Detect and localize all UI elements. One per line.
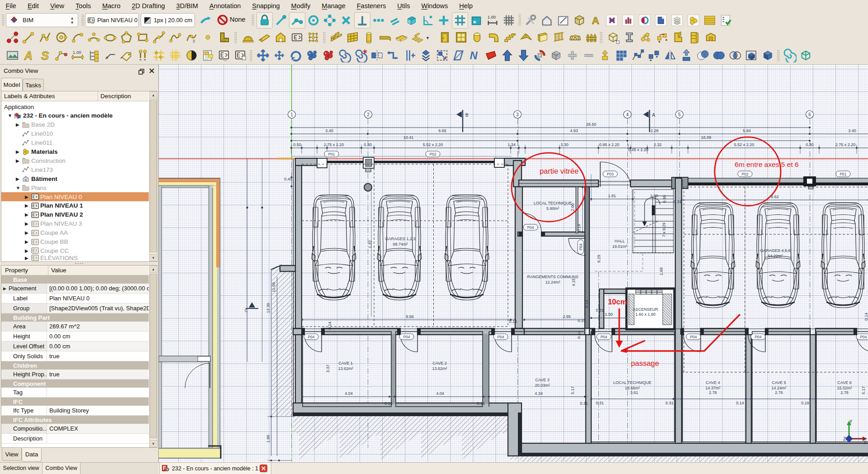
svg-text:3: 3: [192, 38, 194, 43]
svg-text:0.31: 0.31: [580, 401, 588, 406]
svg-text:2.76: 2.76: [840, 390, 849, 395]
svg-text:P04: P04: [497, 335, 504, 339]
svg-text:2.32: 2.32: [654, 142, 662, 147]
svg-text:13.62m²: 13.62m²: [338, 366, 353, 371]
svg-text:1.81: 1.81: [608, 194, 616, 198]
svg-text:Z: Z: [843, 436, 846, 441]
svg-text:1.68: 1.68: [659, 267, 664, 275]
svg-text:14.24m²: 14.24m²: [771, 386, 786, 390]
svg-text:3.30: 3.30: [560, 142, 569, 147]
svg-text:5.52 x 2.20: 5.52 x 2.20: [734, 142, 754, 147]
svg-text:1.00: 1.00: [73, 50, 81, 55]
svg-text:1.80: 1.80: [650, 194, 658, 198]
svg-text:partie vitrée: partie vitrée: [540, 167, 579, 175]
svg-text:6: 6: [808, 112, 811, 117]
svg-text:0.14: 0.14: [477, 401, 485, 406]
svg-text:18.66m²: 18.66m²: [625, 386, 640, 390]
svg-text:N: N: [470, 50, 478, 62]
svg-text:CAVE 1: CAVE 1: [338, 361, 352, 365]
svg-text:13.30: 13.30: [266, 303, 270, 313]
svg-text:CAVE 6: CAVE 6: [837, 380, 851, 385]
svg-text:7 x 0.29: 7 x 0.29: [662, 223, 666, 237]
svg-text:1.60 x 1.60: 1.60 x 1.60: [636, 312, 656, 317]
svg-text:3.61: 3.61: [630, 390, 638, 395]
svg-text:19.01m²: 19.01m²: [612, 244, 627, 249]
svg-text:4: 4: [626, 112, 629, 117]
svg-text:0.14: 0.14: [327, 322, 332, 330]
svg-text:4.15: 4.15: [571, 278, 576, 286]
svg-text:0.14: 0.14: [864, 313, 868, 321]
svg-text:2.78: 2.78: [709, 390, 717, 395]
svg-text:P04: P04: [579, 243, 583, 250]
svg-text:1.34: 1.34: [508, 142, 516, 147]
svg-text:10.41: 10.41: [403, 135, 414, 140]
svg-text:0.50: 0.50: [293, 142, 301, 147]
svg-text:LOCAL TECHNIQUE: LOCAL TECHNIQUE: [534, 201, 572, 205]
svg-text:13.62m²: 13.62m²: [432, 366, 447, 371]
svg-text:6m entre axes 5 et 6: 6m entre axes 5 et 6: [735, 161, 798, 168]
svg-text:4.04: 4.04: [436, 391, 444, 396]
svg-text:1.80: 1.80: [266, 435, 270, 443]
svg-text:0.31: 0.31: [596, 401, 604, 405]
svg-text:68.74m²: 68.74m²: [393, 242, 408, 246]
svg-text:CAVE 5: CAVE 5: [772, 380, 786, 385]
svg-text:4.04: 4.04: [345, 391, 353, 396]
svg-text:ASCENSEUR: ASCENSEUR: [633, 307, 659, 312]
svg-text:0.31: 0.31: [674, 199, 682, 204]
svg-text:P04: P04: [754, 335, 761, 339]
svg-text:2.75 x 2.20: 2.75 x 2.20: [835, 142, 856, 147]
svg-text:CAVE 4: CAVE 4: [706, 380, 720, 385]
svg-text:HALL: HALL: [615, 239, 625, 243]
svg-text:A: A: [592, 15, 599, 26]
svg-text:P03: P03: [607, 172, 613, 176]
svg-text:3.40: 3.40: [848, 128, 856, 133]
svg-text:0.90: 0.90: [662, 195, 667, 203]
svg-text:5.90m²: 5.90m²: [546, 206, 559, 211]
svg-text:C: C: [245, 308, 248, 313]
svg-text:0.31: 0.31: [578, 318, 586, 323]
svg-text:0.14: 0.14: [736, 401, 744, 405]
svg-text:4.34: 4.34: [535, 391, 543, 396]
svg-text:4.93: 4.93: [570, 128, 578, 133]
svg-text:1.32: 1.32: [368, 240, 372, 248]
svg-text:2.28: 2.28: [650, 128, 659, 133]
svg-text:P01: P01: [328, 152, 335, 156]
svg-text:26.50: 26.50: [586, 122, 597, 127]
svg-text:0.30: 0.30: [364, 142, 372, 147]
svg-text:A: A: [652, 113, 655, 118]
svg-text:14.37m²: 14.37m²: [705, 386, 720, 390]
svg-text:CAVE 2: CAVE 2: [432, 361, 446, 365]
svg-text:P01: P01: [840, 172, 846, 176]
svg-text:3.40: 3.40: [325, 128, 333, 133]
svg-text:2: 2: [367, 112, 370, 117]
svg-text:12.24m²: 12.24m²: [545, 280, 560, 284]
svg-text:3: 3: [516, 112, 519, 117]
svg-text:1.50: 1.50: [605, 312, 613, 317]
svg-text:S: S: [41, 49, 49, 62]
svg-text:6.65: 6.65: [438, 128, 446, 133]
svg-text:9.56: 9.56: [406, 314, 414, 319]
svg-text:6.29: 6.29: [597, 255, 601, 263]
svg-text:passage: passage: [631, 359, 659, 367]
svg-text:5.17: 5.17: [861, 386, 866, 394]
svg-text:GARAGES 1,2,3: GARAGES 1,2,3: [385, 237, 415, 241]
svg-text:2.76: 2.76: [775, 390, 783, 395]
svg-text:A: A: [24, 49, 33, 62]
svg-text:P04: P04: [690, 335, 697, 339]
svg-text:0.14: 0.14: [384, 401, 393, 406]
svg-text:5.52 x 2.20: 5.52 x 2.20: [423, 142, 443, 147]
svg-text:P04: P04: [600, 335, 607, 339]
svg-text:GARAGES 4,5,6: GARAGES 4,5,6: [760, 248, 790, 253]
svg-text:0.14: 0.14: [577, 224, 581, 232]
svg-text:P04: P04: [527, 225, 534, 230]
svg-text:54.22m²: 54.22m²: [768, 254, 783, 258]
svg-text:11.50: 11.50: [271, 282, 276, 292]
svg-text:0.45 x 2.20: 0.45 x 2.20: [628, 147, 649, 152]
svg-text:1.00: 1.00: [488, 15, 496, 19]
svg-text:0.31: 0.31: [665, 401, 674, 405]
svg-text:16.09: 16.09: [701, 135, 711, 140]
svg-text:P04: P04: [308, 335, 314, 339]
svg-text:2.75 x 2.20: 2.75 x 2.20: [324, 142, 344, 147]
svg-text:RANGEMENTS COMMUNS: RANGEMENTS COMMUNS: [527, 275, 579, 279]
svg-text:P02: P02: [429, 152, 436, 156]
